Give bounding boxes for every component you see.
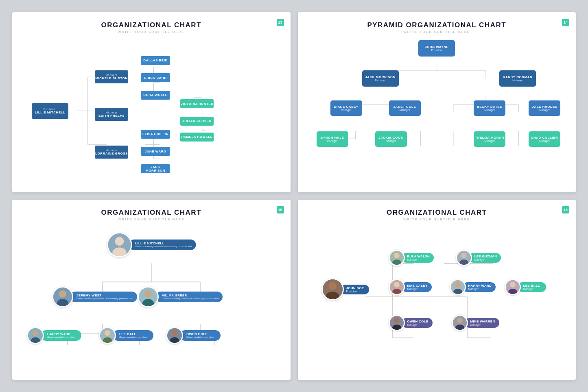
lee4-name: LEE GUZMAN <box>474 255 497 258</box>
dale-role: Manager <box>539 109 550 111</box>
erick-node: ERICK CARR <box>141 73 170 82</box>
owen3-node: OWEN COLE Green marketing consists <box>166 327 221 344</box>
velma-text: VELMA GREER Green marketing consists of … <box>155 292 223 303</box>
jack2-name: JACK MORRISON <box>365 75 396 79</box>
eula-role: Manager <box>407 258 430 261</box>
erick-name: ERICK CARR <box>144 76 166 80</box>
svg-point-73 <box>461 253 467 258</box>
john-role: President <box>431 49 442 52</box>
jeremy-desc: Green marketing consists of marketing pr… <box>77 297 133 301</box>
john4-node: JOHN DOE President <box>321 278 369 301</box>
lee3-text: LEE BALL Green marketing consists <box>113 330 153 341</box>
lee4-photo <box>456 250 472 266</box>
svg-point-76 <box>392 289 401 294</box>
jack2-node: JACK MORRISON Manager <box>362 70 399 87</box>
leeb4-role: Manager <box>523 287 542 290</box>
diane-role: Manager <box>341 109 352 111</box>
mae-role: Manager <box>407 287 428 290</box>
edith-role: Manager <box>105 111 117 114</box>
pyramid-chart: .p-john { position:absolute; left:50%; t… <box>305 39 569 183</box>
slide-1: 13 ORGANIZATIONAL CHART WRITE YOUR SUBTI… <box>12 12 291 192</box>
slide-4-title: ORGANIZATIONAL CHART <box>305 209 569 217</box>
chad-node: CHAD COLLIER Manager <box>529 131 560 147</box>
john4-text: JOHN DOE President <box>341 285 369 294</box>
slide-number-3: 15 <box>277 206 284 213</box>
svg-point-83 <box>457 318 463 323</box>
elisa-node: ELISA GRIFFIN <box>141 130 170 139</box>
becky-name: BECKY BATES <box>477 105 502 109</box>
michele-node: Manager MICHELE BURTON <box>95 70 128 83</box>
mae-photo <box>389 279 405 295</box>
jack-node: JACK MORRISON <box>141 164 170 173</box>
lillie3-desc: Green marketing consists of marketing pr… <box>135 245 192 248</box>
jeremy-node: JEREMY WEST Green marketing consists of … <box>52 286 137 307</box>
leeb4-text: LEE BALL Manager <box>518 282 546 292</box>
mike4-name: MIKE WARREN <box>470 320 495 323</box>
svg-point-84 <box>455 324 464 330</box>
lillie-node: President LILLIE MITCHELL <box>32 103 68 119</box>
becky-node: BECKY BATES Manager <box>474 100 505 116</box>
harry4-role: Manager <box>468 287 492 290</box>
harry4-node: HARRY WARD Manager <box>450 279 496 295</box>
owen4-text: OWEN COLE Manager <box>402 318 433 328</box>
svg-point-80 <box>508 289 517 294</box>
dallas-name: DALLAS REID <box>143 59 167 62</box>
john4-role: President <box>346 290 365 293</box>
slide-4-subtitle: WRITE YOUR SUBTITLE HERE <box>305 218 569 221</box>
svg-point-55 <box>33 330 38 336</box>
jackie-name: JACKIE COOK <box>378 136 403 139</box>
svg-point-81 <box>394 318 400 323</box>
michele-name: MICHELE BURTON <box>95 76 127 80</box>
june-name: JUNE WARD <box>145 150 166 153</box>
harry3-desc: Green marketing consists <box>47 336 77 339</box>
janet-role: Manager <box>400 109 410 111</box>
randy-node: RANDY NORMAN Manager <box>499 70 536 87</box>
dale-node: DALE RHODES Manager <box>529 100 560 116</box>
velma-name: VELMA GREER <box>162 294 219 297</box>
thelma-role: Manager <box>484 139 495 142</box>
byron-name: BYRON HALE <box>321 136 344 139</box>
velma-photo <box>138 286 159 307</box>
thelma-node: THELMA MORAN Manager <box>474 131 505 147</box>
lillie3-photo <box>107 232 132 257</box>
svg-point-52 <box>57 299 68 306</box>
svg-point-53 <box>144 290 152 298</box>
lillie3-name: LILLIE MITCHELL <box>135 242 192 245</box>
slide-number-4: 16 <box>562 206 569 213</box>
svg-point-59 <box>172 330 177 336</box>
julian-node: JULIAN GLOVER <box>180 117 214 126</box>
becky-role: Manager <box>484 109 495 111</box>
pamela-name: PAMELA HOWELL <box>181 135 212 139</box>
leeb4-name: LEE BALL <box>523 284 542 287</box>
dale-name: DALE RHODES <box>531 105 557 109</box>
lorraine-role: Manager <box>105 149 117 152</box>
mae-name: MAE CASEY <box>407 284 428 287</box>
slide-2-title: PYRAMID ORGANIZATIONAL CHART <box>305 21 569 29</box>
randy-role: Manager <box>512 79 523 82</box>
svg-point-69 <box>328 282 337 290</box>
lee3-photo <box>99 327 116 344</box>
victoria-name: VICTORIA HUNTER <box>181 102 214 106</box>
jeremy-text: JEREMY WEST Green marketing consists of … <box>70 292 137 303</box>
harry3-node: HARRY WARD Green marketing consists <box>27 327 81 344</box>
janet-name: JANET COLE <box>393 105 416 109</box>
svg-point-58 <box>103 337 112 343</box>
lillie3-node: LILLIE MITCHELL Green marketing consists… <box>107 232 196 257</box>
victoria-node: VICTORIA HUNTER <box>180 99 214 108</box>
svg-point-79 <box>510 282 516 287</box>
slide-4: 16 ORGANIZATIONAL CHART WRITE YOUR SUBTI… <box>298 200 576 380</box>
michele-role: Manager <box>105 74 117 76</box>
owen4-role: Manager <box>407 323 428 326</box>
julian-name: JULIAN GLOVER <box>182 119 211 123</box>
harry4-text: HARRY WARD Manager <box>463 282 496 292</box>
mae-text: MAE CASEY Manager <box>402 282 432 292</box>
slide-3: 15 ORGANIZATIONAL CHART WRITE YOUR SUBTI… <box>12 200 291 380</box>
slide-2-subtitle: WRITE YOUR SUBTITLE HERE <box>305 30 569 34</box>
svg-point-57 <box>105 330 110 336</box>
mae-node: MAE CASEY Manager <box>389 279 432 295</box>
jack-name: JACK MORRISON <box>141 165 170 172</box>
lorraine-node: Manager LORRAINE GROSS <box>95 146 128 159</box>
slide-3-subtitle: WRITE YOUR SUBTITLE HERE <box>20 218 283 221</box>
pamela-node: PAMELA HOWELL <box>180 133 214 142</box>
cora-node: CORA WOLFE <box>141 91 170 100</box>
